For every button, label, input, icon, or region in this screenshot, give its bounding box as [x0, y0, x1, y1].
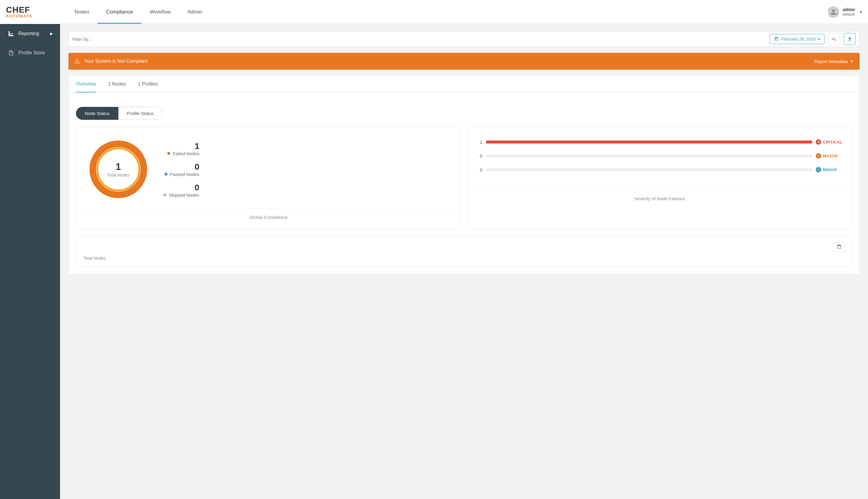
global-compliance-card: 1 Total Nodes 1 — [76, 127, 461, 229]
app-container: CHEF AUTOMATE Nodes Compliance Workflow … — [0, 0, 868, 499]
logo-automate-text: AUTOMATE — [6, 14, 33, 18]
passed-dot — [164, 173, 168, 175]
node-status-toggle[interactable]: Node Status — [76, 107, 118, 120]
calendar-small-icon — [837, 244, 842, 249]
bottom-card: Total Nodes — [76, 235, 852, 267]
major-icon: − — [816, 153, 821, 159]
compliance-banner: ⚠ Your System is Not Compliant Report Me… — [69, 53, 859, 70]
severity-card: 1 ✕ CRITICAL — [467, 127, 852, 229]
total-nodes-count: 1 — [107, 161, 130, 172]
major-label: MAJOR — [823, 154, 838, 158]
donut-chart: 1 Total Nodes — [85, 136, 151, 202]
content-area: February 26, 2018 ▾ — [60, 24, 868, 499]
sidebar-profile-store-label: Profile Store — [18, 50, 45, 56]
tab-overview[interactable]: Overview — [76, 76, 96, 92]
nav-nodes[interactable]: Nodes — [66, 0, 98, 24]
total-nodes-label: Total Nodes — [107, 173, 130, 178]
failed-label-row: Failed Nodes — [163, 151, 199, 156]
avatar — [828, 6, 839, 18]
top-nav: CHEF AUTOMATE Nodes Compliance Workflow … — [0, 0, 868, 24]
bottom-total-nodes-label: Total Nodes — [84, 256, 845, 260]
logo-chef-text: CHEF — [6, 6, 33, 14]
minor-label-group: i MINOR — [816, 167, 843, 172]
logo: CHEF AUTOMATE — [6, 6, 33, 18]
document-icon — [8, 50, 14, 56]
main-layout: Reporting ▶ Profile Store — [0, 24, 868, 499]
critical-bar-container — [486, 141, 812, 144]
user-area: admin default ▾ — [828, 6, 862, 18]
calendar-button[interactable] — [834, 241, 845, 252]
failed-label: Failed Nodes — [173, 151, 199, 156]
critical-label: CRITICAL — [823, 140, 843, 144]
critical-count: 1 — [476, 139, 482, 145]
severity-footer-label: Severity of Node Failures — [476, 190, 843, 201]
critical-icon: ✕ — [816, 139, 821, 145]
download-icon — [847, 36, 852, 42]
user-info: admin default — [843, 7, 855, 16]
failed-nodes-stat: 1 Failed Nodes — [163, 142, 199, 156]
date-chevron-icon: ▾ — [818, 37, 820, 41]
critical-bar — [486, 141, 812, 144]
tab-profiles[interactable]: 1 Profiles — [138, 76, 158, 92]
failed-dot — [167, 152, 170, 155]
severity-chart: 1 ✕ CRITICAL — [476, 136, 843, 184]
sidebar-item-reporting[interactable]: Reporting ▶ — [0, 24, 60, 43]
donut-section: 1 Total Nodes 1 — [85, 136, 452, 202]
minor-count: 0 — [476, 167, 482, 172]
arrow-right-icon: ▶ — [50, 32, 53, 36]
tab-nodes[interactable]: 1 Nodes — [108, 76, 126, 92]
chart-icon — [8, 31, 14, 37]
calendar-icon — [774, 37, 779, 41]
tab-content: Node Status Profile Status — [69, 100, 859, 274]
passed-label: Passed Nodes — [170, 172, 199, 177]
bottom-card-header — [84, 241, 845, 252]
report-metadata-button[interactable]: Report Metadata + — [814, 58, 854, 65]
skipped-count: 0 — [163, 183, 199, 193]
critical-severity-row: 1 ✕ CRITICAL — [476, 139, 843, 145]
nav-admin[interactable]: Admin — [179, 0, 210, 24]
skipped-nodes-stat: 0 Skipped Nodes — [163, 183, 199, 197]
report-metadata-label: Report Metadata — [814, 59, 848, 64]
major-bar-container — [486, 154, 812, 157]
minor-label: MINOR — [823, 168, 837, 172]
critical-label-group: ✕ CRITICAL — [816, 139, 843, 145]
node-stats: 1 Failed Nodes 0 — [163, 142, 199, 197]
date-display: February 26, 2018 — [781, 37, 816, 41]
nav-compliance[interactable]: Compliance — [98, 0, 142, 24]
major-severity-row: 0 − MAJOR — [476, 153, 843, 159]
minor-icon: i — [816, 167, 821, 172]
profile-status-toggle[interactable]: Profile Status — [118, 107, 162, 120]
user-name: admin — [843, 7, 855, 12]
search-button[interactable] — [828, 33, 840, 45]
sidebar-reporting-label: Reporting — [18, 31, 39, 36]
content-inner: February 26, 2018 ▾ — [60, 24, 868, 282]
nav-workflow[interactable]: Workflow — [142, 0, 179, 24]
major-label-group: − MAJOR — [816, 153, 843, 159]
toggle-group: Node Status Profile Status — [76, 107, 852, 120]
logo-area: CHEF AUTOMATE — [6, 6, 54, 18]
cards-row: 1 Total Nodes 1 — [76, 127, 852, 229]
skipped-label-row: Skipped Nodes — [163, 193, 199, 197]
tabs: Overview 1 Nodes 1 Profiles — [69, 76, 859, 93]
search-icon — [831, 36, 837, 42]
global-compliance-label: Global Compliance — [85, 208, 452, 220]
minor-severity-row: 0 i MINOR — [476, 167, 843, 172]
major-count: 0 — [476, 154, 482, 159]
donut-center: 1 Total Nodes — [107, 161, 130, 178]
chevron-down-icon[interactable]: ▾ — [860, 10, 862, 14]
sidebar-item-profile-store[interactable]: Profile Store — [0, 43, 60, 62]
passed-nodes-stat: 0 Passed Nodes — [163, 162, 199, 177]
user-icon — [830, 9, 837, 15]
skipped-label: Skipped Nodes — [169, 193, 199, 197]
skipped-dot — [163, 193, 166, 196]
sidebar: Reporting ▶ Profile Store — [0, 24, 60, 499]
filter-input[interactable] — [72, 37, 766, 42]
main-card: Overview 1 Nodes 1 Profiles Node Status — [69, 76, 859, 275]
plus-icon: + — [850, 58, 854, 65]
passed-count: 0 — [163, 162, 199, 172]
minor-bar-container — [486, 168, 812, 171]
failed-count: 1 — [163, 142, 199, 151]
filter-bar: February 26, 2018 ▾ — [69, 31, 859, 47]
download-button[interactable] — [844, 33, 856, 45]
date-picker-button[interactable]: February 26, 2018 ▾ — [770, 34, 824, 44]
